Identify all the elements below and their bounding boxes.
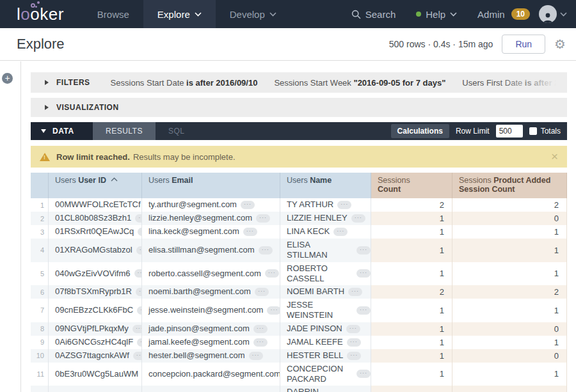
cell-menu-icon[interactable]: ··· xyxy=(241,201,255,209)
cell-menu-icon[interactable]: ··· xyxy=(255,288,269,296)
cell-product-added[interactable]: 2 xyxy=(452,198,567,212)
cell-value[interactable]: hester.bell@segment.com xyxy=(148,349,245,362)
cell-product-added[interactable]: 0 xyxy=(452,322,567,336)
cell-count[interactable]: 1 xyxy=(371,336,452,349)
cell-product-added[interactable]: 0 xyxy=(452,349,567,363)
cell-menu-icon[interactable]: ··· xyxy=(333,228,348,236)
calculations-button[interactable]: Calculations xyxy=(391,124,449,138)
looker-logo[interactable]: looker xyxy=(0,0,83,28)
cell-menu-icon[interactable]: ··· xyxy=(249,352,263,360)
cell-value[interactable]: TY ARTHUR xyxy=(287,198,333,211)
run-button[interactable]: Run xyxy=(502,35,545,54)
tab-sql[interactable]: SQL xyxy=(156,122,198,140)
cell-menu-icon[interactable]: ··· xyxy=(135,214,142,223)
cell-value[interactable]: lina.keck@segment.com xyxy=(148,225,239,238)
cell-value[interactable]: jamal.keefe@segment.com xyxy=(148,336,250,349)
cell-value[interactable]: LINA KECK xyxy=(287,225,330,238)
cell-value[interactable]: 01XRAGoMGstabzol xyxy=(55,244,132,256)
cell-value[interactable]: 0Ai6GNCGszHC4qlF xyxy=(55,336,133,349)
cell-menu-icon[interactable]: ··· xyxy=(138,228,142,236)
cell-count[interactable]: 1 xyxy=(371,225,452,239)
cell-menu-icon[interactable]: ··· xyxy=(351,214,365,223)
cell-product-added[interactable]: 0 xyxy=(452,212,567,225)
cell-menu-icon[interactable]: ··· xyxy=(346,325,360,333)
row-limit-input[interactable] xyxy=(496,125,523,137)
cell-menu-icon[interactable]: ··· xyxy=(136,246,142,255)
cell-count[interactable]: 2 xyxy=(371,285,452,299)
cell-value[interactable]: JAMAL KEEFE xyxy=(287,336,343,349)
cell-menu-icon[interactable]: ··· xyxy=(356,246,371,255)
cell-count[interactable]: 1 xyxy=(371,363,452,386)
cell-menu-icon[interactable]: ··· xyxy=(356,370,371,378)
cell-product-added[interactable]: 1 xyxy=(452,363,567,386)
column-header-product-added[interactable]: Sessions Product Added Session Count xyxy=(452,173,567,198)
filter-item[interactable]: Sessions Start Week "2016-09-05 for 7 da… xyxy=(274,78,445,88)
cell-menu-icon[interactable]: ··· xyxy=(347,352,361,360)
filter-item[interactable]: Sessions Start Date is after 2016/09/10 xyxy=(111,78,258,88)
nav-item-explore[interactable]: Explore xyxy=(143,0,216,28)
expand-arrow-icon[interactable] xyxy=(45,80,49,85)
cell-menu-icon[interactable]: ··· xyxy=(253,325,268,333)
cell-menu-icon[interactable]: ··· xyxy=(356,269,371,278)
cell-product-added[interactable]: 1 xyxy=(452,386,567,392)
add-button[interactable]: + xyxy=(2,73,13,84)
close-icon[interactable]: × xyxy=(551,150,567,164)
nav-search[interactable]: Search xyxy=(341,9,406,20)
tab-results[interactable]: RESULTS xyxy=(93,122,156,140)
cell-value[interactable]: roberto.cassell@segment.com xyxy=(148,267,261,280)
cell-value[interactable]: NOEMI BARTH xyxy=(287,285,344,298)
cell-value[interactable]: concepcion.packard@segment.com xyxy=(148,368,280,380)
column-header-count[interactable]: Sessions Count xyxy=(371,173,452,198)
cell-count[interactable]: 1 xyxy=(371,322,452,336)
nav-item-browse[interactable]: Browse xyxy=(83,0,143,28)
cell-menu-icon[interactable]: ··· xyxy=(133,352,142,360)
cell-value[interactable]: HESTER BELL xyxy=(287,349,343,362)
cell-menu-icon[interactable]: ··· xyxy=(337,201,351,209)
column-header-email[interactable]: Users Email xyxy=(142,173,280,198)
cell-menu-icon[interactable]: ··· xyxy=(265,269,279,278)
cell-value[interactable]: 01RSxRrt0QEAwJCq xyxy=(55,225,134,238)
cell-product-added[interactable]: 2 xyxy=(452,285,567,299)
cell-value[interactable]: 07f8bTSXmRyprb1R xyxy=(55,285,132,298)
cell-menu-icon[interactable]: ··· xyxy=(356,306,371,315)
cell-product-added[interactable]: 1 xyxy=(452,239,567,262)
cell-value[interactable]: lizzie.henley@segment.com xyxy=(148,212,252,224)
data-section-toggle[interactable]: DATA xyxy=(31,122,93,140)
avatar[interactable] xyxy=(539,5,557,23)
cell-value[interactable]: 00MWWFOLRcETcTCf xyxy=(55,198,141,211)
cell-value[interactable]: CONCEPCION PACKARD xyxy=(287,363,353,386)
cell-value[interactable]: DARRIN MADDEN xyxy=(287,386,353,392)
cell-menu-icon[interactable]: ··· xyxy=(137,306,142,315)
cell-menu-icon[interactable]: ··· xyxy=(253,338,268,347)
filters-panel-bar[interactable]: FILTERS Sessions Start Date is after 201… xyxy=(31,72,567,93)
nav-help[interactable]: Help xyxy=(406,9,467,20)
cell-value[interactable]: noemi.barth@segment.com xyxy=(148,285,251,298)
cell-product-added[interactable]: 1 xyxy=(452,225,567,239)
cell-value[interactable]: jesse.weinstein@segment.com xyxy=(148,304,263,317)
cell-menu-icon[interactable]: ··· xyxy=(137,338,142,347)
cell-menu-icon[interactable]: ··· xyxy=(136,288,142,296)
nav-item-develop[interactable]: Develop xyxy=(216,0,291,28)
cell-product-added[interactable]: 1 xyxy=(452,299,567,322)
visualization-panel-bar[interactable]: VISUALIZATION xyxy=(31,98,567,117)
cell-value[interactable]: JADE PINSON xyxy=(287,322,342,335)
cell-value[interactable]: LIZZIE HENLEY xyxy=(287,212,348,224)
cell-value[interactable]: ROBERTO CASSELL xyxy=(287,262,353,286)
column-header-name[interactable]: Users Name xyxy=(280,173,371,198)
cell-value[interactable]: 040wGzEivVOVifm6 xyxy=(55,267,131,280)
cell-count[interactable]: 1 xyxy=(371,239,452,262)
cell-product-added[interactable]: 1 xyxy=(452,262,567,286)
cell-value[interactable]: elisa.stillman@segment.com xyxy=(148,244,255,256)
cell-value[interactable]: 09NGVtjPfLPkqxMy xyxy=(55,322,129,335)
gear-icon[interactable]: ⚙ xyxy=(554,38,566,51)
cell-menu-icon[interactable]: ··· xyxy=(259,246,273,255)
expand-arrow-icon[interactable] xyxy=(45,105,49,110)
cell-product-added[interactable]: 1 xyxy=(452,336,567,349)
cell-count[interactable]: 1 xyxy=(371,212,452,225)
cell-menu-icon[interactable]: ··· xyxy=(347,338,361,347)
chevron-down-icon[interactable] xyxy=(560,12,567,17)
cell-value[interactable]: JESSE WEINSTEIN xyxy=(287,299,353,322)
cell-count[interactable]: 1 xyxy=(371,349,452,363)
cell-menu-icon[interactable]: ··· xyxy=(132,325,142,333)
cell-value[interactable]: 0bE3ru0WCg5LauWM xyxy=(55,368,138,380)
